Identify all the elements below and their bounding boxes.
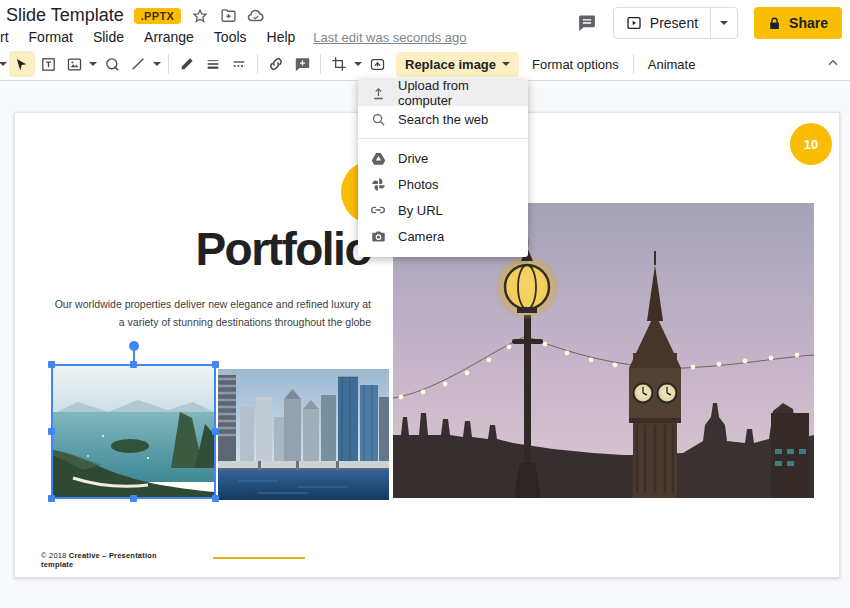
pptx-badge: .PPTX: [134, 8, 181, 24]
menu-item-label: By URL: [398, 203, 443, 218]
toolbar-separator: [633, 54, 634, 74]
present-label: Present: [650, 15, 698, 31]
camera-icon: [370, 228, 386, 244]
replace-image-label: Replace image: [405, 57, 496, 72]
replace-image-button[interactable]: Replace image: [396, 52, 519, 77]
menu-tools[interactable]: Tools: [204, 27, 257, 47]
collapse-menus-icon[interactable]: [826, 56, 840, 74]
footer-copyright: © 2018: [41, 551, 69, 560]
border-color-icon[interactable]: [174, 51, 200, 77]
comments-icon[interactable]: [577, 13, 597, 33]
menu-item-camera[interactable]: Camera: [358, 223, 528, 249]
slide-title[interactable]: Portfolio: [195, 222, 371, 276]
menu-item-label: Drive: [398, 151, 428, 166]
slide-page-number: 10: [790, 123, 832, 165]
line-tool-icon[interactable]: [125, 51, 151, 77]
menu-item-upload-from-computer[interactable]: Upload from computer: [358, 80, 528, 106]
menu-slide[interactable]: Slide: [83, 27, 134, 47]
image-dropdown-caret[interactable]: [87, 51, 99, 77]
last-edit-link[interactable]: Last edit was seconds ago: [313, 30, 466, 45]
mask-image-icon[interactable]: [364, 51, 390, 77]
titlebar: Slide Template .PPTX rt Format Slide Arr…: [0, 0, 850, 48]
menu-format[interactable]: Format: [19, 27, 83, 47]
rotation-handle[interactable]: [129, 341, 139, 351]
text-box-icon[interactable]: [35, 51, 61, 77]
present-icon: [626, 15, 642, 31]
photos-icon: [370, 176, 386, 192]
replace-image-caret: [502, 62, 510, 66]
rotation-stem: [133, 350, 135, 364]
format-options-label: Format options: [532, 57, 619, 72]
google-slides-window: Slide Template .PPTX rt Format Slide Arr…: [0, 0, 850, 608]
image-rio-coast[interactable]: [53, 366, 214, 497]
drive-icon: [370, 150, 386, 166]
format-options-button[interactable]: Format options: [523, 52, 628, 77]
share-label: Share: [789, 15, 828, 31]
toolbar-separator: [320, 54, 321, 74]
subtitle-line-1: Our worldwide properties deliver new ele…: [55, 295, 371, 313]
add-comment-icon[interactable]: [289, 51, 315, 77]
toolbar-separator: [257, 54, 258, 74]
border-dash-icon[interactable]: [226, 51, 252, 77]
menu-divider: [358, 138, 528, 139]
menu-help[interactable]: Help: [257, 27, 306, 47]
menu-item-search-the-web[interactable]: Search the web: [358, 106, 528, 132]
move-folder-icon[interactable]: [219, 7, 237, 25]
menu-item-label: Upload from computer: [398, 78, 516, 108]
link-icon: [370, 202, 386, 218]
toolbar: Replace image Format options Animate: [0, 48, 850, 81]
crop-icon[interactable]: [326, 51, 352, 77]
toolbar-separator: [168, 54, 169, 74]
menu-item-label: Photos: [398, 177, 438, 192]
document-title[interactable]: Slide Template: [6, 5, 124, 26]
menu-item-photos[interactable]: Photos: [358, 171, 528, 197]
insert-image-icon[interactable]: [61, 51, 87, 77]
shape-tool-icon[interactable]: [99, 51, 125, 77]
subtitle-line-2: a variety of stunning destinations throu…: [55, 313, 371, 331]
search-icon: [370, 111, 386, 127]
upload-icon: [370, 85, 386, 101]
menu-insert-partial[interactable]: rt: [0, 27, 19, 47]
lock-icon: [768, 17, 781, 30]
menu-item-label: Search the web: [398, 112, 488, 127]
border-weight-icon[interactable]: [200, 51, 226, 77]
menu-bar: rt Format Slide Arrange Tools Help Last …: [0, 27, 467, 47]
cloud-status-icon[interactable]: [247, 7, 265, 25]
present-dropdown-caret[interactable]: [710, 8, 737, 38]
slide-footer[interactable]: © 2018 Creative – Presentation template: [41, 551, 181, 569]
menu-item-label: Camera: [398, 229, 444, 244]
menu-arrange[interactable]: Arrange: [134, 27, 204, 47]
star-icon[interactable]: [191, 7, 209, 25]
menu-item-drive[interactable]: Drive: [358, 145, 528, 171]
select-tool-icon[interactable]: [9, 51, 35, 77]
menu-item-by-url[interactable]: By URL: [358, 197, 528, 223]
animate-label: Animate: [648, 57, 696, 72]
animate-button[interactable]: Animate: [639, 52, 705, 77]
image-dubai-marina[interactable]: [218, 369, 389, 500]
crop-dropdown-caret[interactable]: [352, 51, 364, 77]
line-dropdown-caret[interactable]: [151, 51, 163, 77]
slide-subtitle[interactable]: Our worldwide properties deliver new ele…: [55, 295, 371, 331]
share-button[interactable]: Share: [754, 7, 842, 39]
footer-accent-line: [213, 557, 305, 559]
present-button[interactable]: Present: [613, 7, 738, 39]
zoom-dropdown-caret[interactable]: [0, 51, 9, 77]
insert-link-icon[interactable]: [263, 51, 289, 77]
replace-image-menu: Upload from computer Search the web Driv…: [358, 80, 528, 257]
